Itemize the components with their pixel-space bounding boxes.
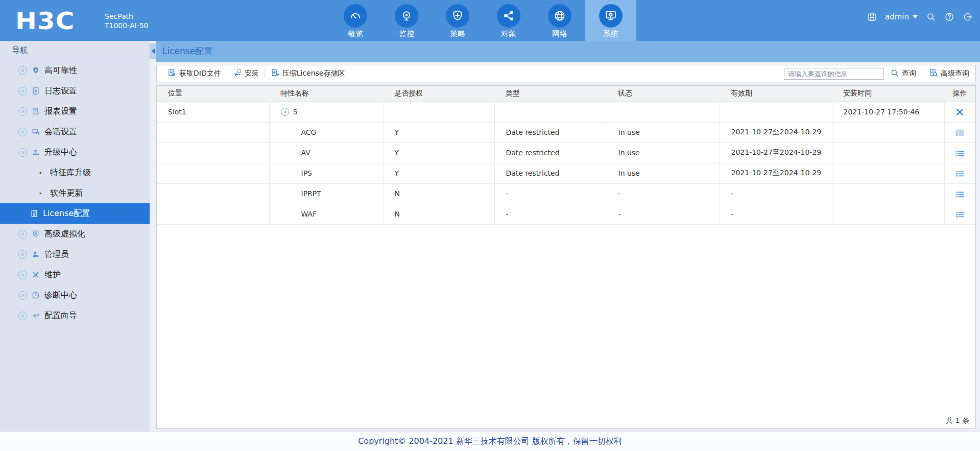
table-row-av: AV Y Date restricted In use 2021-10-27至2… — [157, 143, 975, 163]
search-icon[interactable] — [926, 12, 936, 22]
user-name-label: admin — [885, 12, 909, 21]
tab-monitor[interactable]: 监控 — [381, 0, 432, 41]
save-icon[interactable] — [867, 12, 877, 22]
sidebar-title: 导航 — [0, 41, 150, 60]
details-list-icon[interactable] — [956, 150, 964, 157]
collapse-group-icon[interactable] — [281, 108, 289, 116]
sidebar-item-upgrade-center[interactable]: 升级中心 — [0, 142, 150, 162]
delete-x-icon[interactable] — [956, 108, 964, 116]
cell-location: Slot1 — [157, 102, 269, 122]
details-list-icon[interactable] — [956, 211, 964, 218]
sidebar-item-software-update[interactable]: 软件更新 — [0, 183, 150, 203]
compress-license-button[interactable]: 压缩License存储区 — [265, 68, 351, 79]
sidebar-item-label: 日志设置 — [44, 86, 77, 97]
advanced-query-button[interactable]: 高级查询 — [928, 68, 970, 79]
logout-icon[interactable] — [963, 12, 973, 22]
collapse-left-icon — [152, 49, 155, 54]
cell-feature: ACG — [269, 122, 383, 143]
sidebar-item-signature-upgrade[interactable]: 特征库升级 — [0, 162, 150, 183]
user-gear-icon — [31, 250, 40, 259]
cell-feature: AV — [269, 143, 383, 163]
copyright-bar: Copyright© 2004-2021 新华三技术有限公司 版权所有，保留一切… — [0, 432, 980, 451]
sidebar-item-license-config[interactable]: License配置 — [0, 203, 150, 224]
toolbar: 获取DID文件 安装 压缩License存储区 — [156, 65, 976, 82]
query-search-icon — [891, 69, 899, 79]
details-list-icon[interactable] — [956, 191, 964, 198]
tab-label: 网络 — [552, 29, 567, 39]
col-operation: 操作 — [944, 86, 975, 102]
sidebar-item-advanced-virtualization[interactable]: 高级虚拟化 — [0, 224, 150, 244]
toolbar-divider — [923, 69, 923, 78]
top-header: H3C SecPath T1000-AI-50 概览 监控 — [0, 0, 980, 41]
user-menu[interactable]: admin — [885, 12, 918, 21]
user-dropdown-caret — [913, 15, 918, 18]
sidebar-item-diagnostic-center[interactable]: 诊断中心 — [0, 285, 150, 305]
sidebar-item-label: 报表设置 — [44, 106, 77, 117]
chevron-expand-icon — [18, 128, 27, 136]
sidebar-item-log-settings[interactable]: 日志设置 — [0, 81, 150, 101]
app-window: H3C SecPath T1000-AI-50 概览 监控 — [0, 0, 980, 451]
sidebar-collapse-button[interactable] — [150, 43, 156, 59]
cell-validity: 2021-10-27至2024-10-29 — [720, 163, 832, 183]
advanced-query-icon — [929, 68, 938, 79]
details-list-icon[interactable] — [956, 171, 964, 177]
header-user-area: admin — [867, 0, 973, 34]
cell-operation — [944, 183, 975, 204]
compress-license-icon — [271, 68, 279, 79]
chevron-expand-icon — [18, 230, 27, 239]
cell-type: - — [494, 204, 607, 224]
table-row-acg: ACG Y Date restricted In use 2021-10-27至… — [157, 122, 975, 143]
page-title: License配置 — [162, 45, 212, 57]
help-icon[interactable] — [944, 12, 954, 22]
chevron-expand-icon — [18, 250, 27, 259]
chevron-collapse-icon — [18, 148, 27, 157]
query-button[interactable]: 查询 — [889, 69, 918, 79]
product-line1: SecPath — [105, 12, 149, 21]
table-header-row: 位置 特性名称 是否授权 类型 状态 有效期 安装时间 操作 — [157, 86, 975, 102]
doc-gear-icon — [31, 86, 40, 96]
search-input[interactable] — [784, 68, 884, 80]
tab-system[interactable]: 系统 — [585, 0, 636, 41]
sidebar-item-report-settings[interactable]: 报表设置 — [0, 101, 150, 122]
details-list-icon[interactable] — [956, 130, 964, 136]
cell-operation — [944, 122, 975, 143]
tools-cross-icon — [31, 270, 40, 279]
cell-validity: - — [720, 183, 832, 204]
cell-type: Date restricted — [494, 122, 607, 143]
cell-status: - — [607, 204, 720, 224]
vm-shield-icon — [31, 229, 40, 239]
cell-operation — [944, 102, 975, 122]
sidebar-item-high-availability[interactable]: 高可靠性 — [0, 60, 150, 81]
h3c-logo: H3C — [15, 7, 75, 34]
sidebar-item-label: 配置向导 — [44, 311, 77, 321]
install-button[interactable]: 安装 — [227, 68, 265, 79]
chevron-expand-icon — [18, 66, 27, 75]
cell-validity: 2021-10-27至2024-10-29 — [720, 122, 832, 143]
sidebar-gutter — [150, 41, 156, 432]
sidebar: 导航 高可靠性 日志设置 报表设置 — [0, 41, 150, 432]
cell-operation — [944, 204, 975, 224]
tab-policy[interactable]: 策略 — [432, 0, 483, 41]
sidebar-item-maintenance[interactable]: 维护 — [0, 265, 150, 285]
content-title-bar: License配置 — [156, 41, 980, 62]
cell-install-time: 2021-10-27 17:50:46 — [832, 102, 944, 122]
tab-objects[interactable]: 对象 — [483, 0, 534, 41]
search-area: 查询 高级查询 — [784, 68, 970, 80]
cell-authorized: Y — [383, 143, 494, 163]
tab-overview[interactable]: 概览 — [330, 0, 381, 41]
sidebar-item-session-settings[interactable]: 会话设置 — [0, 122, 150, 142]
table-empty-space — [157, 225, 975, 413]
col-type: 类型 — [494, 86, 607, 102]
cell-type: Date restricted — [494, 143, 607, 163]
upload-icon — [31, 148, 40, 157]
cell-authorized: N — [383, 183, 494, 204]
sidebar-item-administrators[interactable]: 管理员 — [0, 244, 150, 265]
col-authorized: 是否授权 — [383, 86, 494, 102]
tab-network[interactable]: 网络 — [534, 0, 585, 41]
get-did-file-button[interactable]: 获取DID文件 — [162, 68, 227, 79]
sidebar-item-config-wizard[interactable]: 配置向导 — [0, 305, 150, 326]
monitor-camera-icon — [395, 4, 418, 28]
table-row-slot1: Slot1 5 — [157, 102, 975, 122]
get-did-file-label: 获取DID文件 — [179, 69, 221, 78]
license-card-icon — [30, 209, 39, 218]
